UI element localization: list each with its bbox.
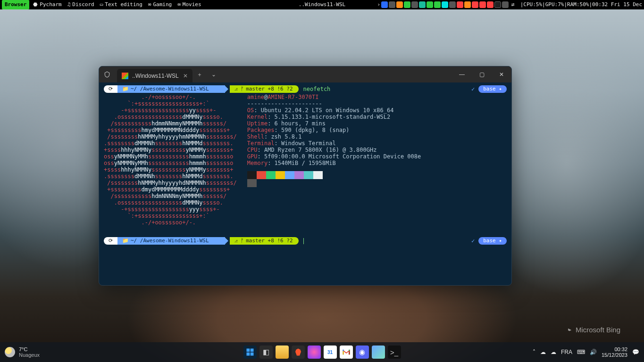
taskview-button[interactable]: ◧ — [259, 346, 273, 359]
workspace-discord[interactable]: ♫ Discord — [65, 0, 97, 9]
prompt-os-segment: ⟳ — [104, 85, 117, 93]
neofetch-uptime: Uptime: 6 hours, 7 mins — [247, 120, 421, 127]
onedrive-icon[interactable]: ☁ — [551, 349, 556, 355]
prompt-os-segment: ⟳ — [104, 237, 117, 245]
workspace-movies[interactable]: ∞ Movies — [175, 0, 204, 9]
tray-icon[interactable] — [457, 1, 463, 8]
prompt-path-arrow — [214, 237, 225, 245]
tray-icon[interactable] — [396, 1, 403, 8]
close-button[interactable]: ✕ — [492, 66, 511, 82]
neofetch-output: .-/+oossssoo+/-. `:+ssssssssssssssssss+:… — [104, 94, 507, 226]
neofetch-packages: Packages: 590 (dpkg), 8 (snap) — [247, 127, 421, 133]
neofetch-hr: ---------------------- — [247, 100, 421, 107]
taskbar-center-apps: ◧ 31 ◉ >_ — [243, 346, 401, 359]
tray-icon[interactable] — [449, 1, 456, 8]
tray-toggle-icon[interactable]: ⇄ — [511, 0, 515, 9]
workspace-text-editing[interactable]: ▭ Text editing — [97, 0, 145, 9]
topbar-title: ..Windows11-WSL — [299, 0, 345, 9]
tray-icon[interactable] — [442, 1, 448, 8]
tray-icon[interactable] — [479, 1, 486, 8]
brave-browser-button[interactable] — [292, 346, 305, 359]
prompt-git-segment: ⎇ ᚠ master +8 !6 ?2 — [230, 237, 299, 245]
status-check-icon: ✓ — [471, 86, 475, 92]
tray-expand-icon[interactable]: › — [377, 0, 380, 9]
status-check-icon: ✓ — [471, 238, 475, 244]
tray-icon[interactable] — [434, 1, 441, 8]
svg-rect-0 — [246, 349, 250, 352]
conda-env-badge: base ✦ — [478, 237, 507, 245]
gmail-button[interactable] — [340, 346, 353, 359]
file-explorer-button[interactable] — [276, 346, 289, 359]
network-icon[interactable]: ⌨ — [577, 349, 585, 355]
calendar-button[interactable]: 31 — [324, 346, 337, 359]
shield-icon — [99, 66, 115, 82]
new-tab-button[interactable]: ＋ — [192, 66, 207, 82]
tab-title: ..Windows11-WSL — [132, 73, 179, 79]
tray-icon[interactable] — [411, 1, 418, 8]
tray-icon[interactable] — [404, 1, 410, 8]
language-indicator[interactable]: FRA — [561, 349, 572, 355]
neofetch-info: amine@AMINE-R7-3070TI ------------------… — [247, 94, 421, 226]
neofetch-ascii-logo: .-/+oossssoo+/-. `:+ssssssssssssssssss+:… — [104, 94, 237, 226]
svg-rect-1 — [250, 349, 253, 352]
taskbar-weather[interactable]: 7°C Nuageux — [0, 346, 40, 358]
system-stats: |CPU:5%|GPU:7%|RAM:50%|00:32 Fri 15 Dec — [520, 0, 642, 9]
weather-icon — [5, 347, 15, 357]
workspace-gaming[interactable]: ∞ Gaming — [145, 0, 175, 9]
tray-icon[interactable] — [464, 1, 471, 8]
terminal-tab[interactable]: ..Windows11-WSL ✕ — [117, 69, 192, 82]
neofetch-cpu: CPU: AMD Ryzen 7 5800X (16) @ 3.800GHz — [247, 147, 421, 153]
prompt-path-arrow — [214, 85, 225, 93]
discord-button[interactable]: ◉ — [356, 346, 369, 359]
bing-watermark: Microsoft Bing — [566, 326, 620, 334]
tray-icon[interactable] — [502, 1, 509, 8]
tray-icon[interactable] — [494, 1, 501, 8]
ubuntu-icon — [122, 73, 128, 79]
neofetch-shell: Shell: zsh 5.8.1 — [247, 133, 421, 140]
prompt-path-segment: 📁 ~/ /Awesome-Windows11-WSL — [117, 237, 214, 245]
workspace-pycharm[interactable]: ⬣ Pycharm — [30, 0, 64, 9]
shell-prompt: ⟳ 📁 ~/ /Awesome-Windows11-WSL ⎇ ᚠ master… — [104, 237, 507, 245]
minimize-button[interactable]: — — [452, 66, 472, 82]
tray-icon[interactable] — [389, 1, 395, 8]
tray-icon[interactable] — [427, 1, 433, 8]
tray-icon[interactable] — [487, 1, 493, 8]
neofetch-color-swatches — [247, 171, 421, 179]
neofetch-color-swatches-bright — [247, 179, 421, 187]
windows-terminal-window[interactable]: ..Windows11-WSL ✕ ＋ ⌄ — ▢ ✕ ⟳ 📁 ~/ /Awes… — [99, 66, 512, 286]
tray-icon[interactable] — [472, 1, 478, 8]
shell-prompt: ⟳ 📁 ~/ /Awesome-Windows11-WSL ⎇ ᚠ master… — [104, 85, 507, 93]
top-status-bar: Browser ⬣ Pycharm ♫ Discord ▭ Text editi… — [0, 0, 644, 9]
prompt-git-segment: ⎇ ᚠ master +8 !6 ?2 — [230, 85, 299, 93]
pictures-button[interactable] — [372, 346, 385, 359]
tray-icon[interactable] — [381, 1, 388, 8]
volume-icon[interactable]: 🔊 — [590, 349, 597, 355]
terminal-titlebar[interactable]: ..Windows11-WSL ✕ ＋ ⌄ — ▢ ✕ — [99, 66, 511, 82]
weather-temp: 7°C — [19, 346, 40, 352]
neofetch-gpu: GPU: 5f09:00:00.0 Microsoft Corporation … — [247, 153, 421, 160]
svg-rect-2 — [246, 353, 250, 356]
prompt-path-segment: 📁 ~/ /Awesome-Windows11-WSL — [117, 85, 214, 93]
maximize-button[interactable]: ▢ — [472, 66, 492, 82]
neofetch-os: OS: Ubuntu 22.04.2 LTS on Windows 10 x86… — [247, 107, 421, 114]
messenger-button[interactable] — [308, 346, 321, 359]
neofetch-terminal: Terminal: Windows Terminal — [247, 140, 421, 147]
start-button[interactable] — [243, 346, 257, 359]
tab-close-icon[interactable]: ✕ — [183, 73, 188, 79]
terminal-body[interactable]: ⟳ 📁 ~/ /Awesome-Windows11-WSL ⎇ ᚠ master… — [99, 82, 511, 285]
tab-dropdown-button[interactable]: ⌄ — [207, 66, 221, 82]
svg-rect-3 — [250, 353, 253, 356]
onedrive-icon[interactable]: ☁ — [540, 349, 546, 355]
notification-icon[interactable]: 💬 — [632, 349, 639, 355]
neofetch-memory: Memory: 1540MiB / 15958MiB — [247, 160, 421, 166]
workspace-browser[interactable]: Browser — [2, 0, 29, 9]
neofetch-kernel: Kernel: 5.15.133.1-microsoft-standard-WS… — [247, 114, 421, 120]
command-text: neofetch — [303, 86, 331, 92]
chevron-up-icon[interactable]: ˄ — [533, 349, 535, 355]
conda-env-badge: base ✦ — [478, 85, 507, 93]
tray-icon[interactable] — [419, 1, 426, 8]
system-tray[interactable] — [381, 1, 509, 8]
taskbar-clock[interactable]: 00:32 15/12/2023 — [602, 346, 627, 358]
windows-taskbar[interactable]: 7°C Nuageux ◧ 31 ◉ >_ ˄ ☁ ☁ FRA ⌨ 🔊 00:3… — [0, 342, 644, 362]
terminal-button[interactable]: >_ — [388, 346, 401, 359]
